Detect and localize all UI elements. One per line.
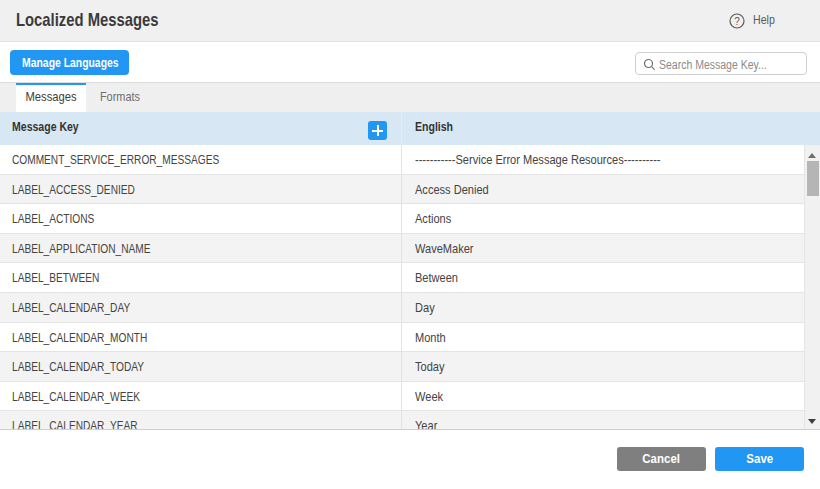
svg-text:?: ? — [734, 16, 740, 27]
